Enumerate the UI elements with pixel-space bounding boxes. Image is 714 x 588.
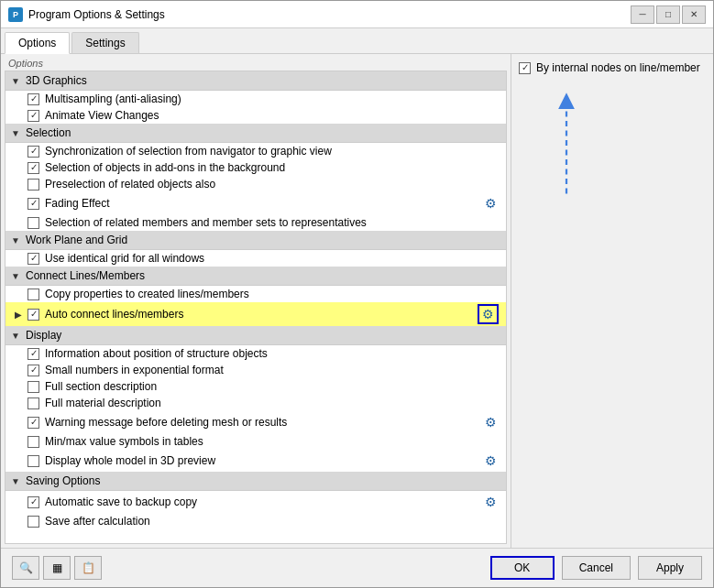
section-title-selection: Selection xyxy=(26,126,71,139)
item-full-material: Full material description xyxy=(5,395,506,411)
clipboard-icon-button[interactable]: 📋 xyxy=(74,556,102,580)
item-minmax-symbols: Min/max value symbols in tables xyxy=(5,433,506,450)
label-copy-properties: Copy properties to created lines/members xyxy=(45,288,249,300)
window-controls: ─ □ ✕ xyxy=(631,5,706,24)
item-preselection: Preselection of related objects also xyxy=(5,176,506,192)
label-small-numbers: Small numbers in exponential format xyxy=(45,364,224,376)
item-animate-view: Animate View Changes xyxy=(5,107,506,124)
checkbox-sync-selection[interactable] xyxy=(27,146,39,158)
label-identical-grid: Use identical grid for all windows xyxy=(45,252,204,265)
tree-area[interactable]: ▼ 3D Graphics Multisampling (anti-aliasi… xyxy=(5,71,507,544)
section-saving-items: Automatic save to backup copy ⚙ Save aft… xyxy=(5,491,506,529)
checkbox-identical-grid[interactable] xyxy=(27,253,39,265)
checkbox-fading-effect[interactable] xyxy=(27,198,39,210)
label-selection-addons: Selection of objects in add-ons in the b… xyxy=(45,161,285,174)
section-title-work-plane: Work Plane and Grid xyxy=(26,234,127,246)
minimize-button[interactable]: ─ xyxy=(631,5,654,24)
cancel-button[interactable]: Cancel xyxy=(562,556,631,580)
tab-options[interactable]: Options xyxy=(5,32,70,54)
section-title-3d-graphics: 3D Graphics xyxy=(26,74,87,87)
item-copy-properties: Copy properties to created lines/members xyxy=(5,286,506,302)
search-icon-button[interactable]: 🔍 xyxy=(12,556,39,580)
gear-fading-effect[interactable]: ⚙ xyxy=(483,194,499,212)
checkbox-internal-nodes[interactable] xyxy=(519,62,531,74)
ok-button[interactable]: OK xyxy=(490,556,555,580)
label-preselection: Preselection of related objects also xyxy=(45,178,215,191)
arrow-work-plane: ▼ xyxy=(11,235,22,245)
arrow-auto-connect: ▶ xyxy=(15,310,22,320)
right-panel-option: By internal nodes on line/member xyxy=(519,61,706,74)
options-label: Options xyxy=(1,54,511,71)
label-save-after-calc: Save after calculation xyxy=(45,515,150,528)
label-internal-nodes: By internal nodes on line/member xyxy=(536,61,700,74)
maximize-button[interactable]: □ xyxy=(656,5,680,24)
checkbox-preselection[interactable] xyxy=(27,179,39,191)
section-work-plane-items: Use identical grid for all windows xyxy=(5,250,506,267)
item-small-numbers: Small numbers in exponential format xyxy=(5,362,506,378)
section-selection[interactable]: ▼ Selection xyxy=(5,124,506,143)
item-auto-connect: ▶ Auto connect lines/members ⚙ xyxy=(5,302,506,326)
section-3d-items: Multisampling (anti-aliasing) Animate Vi… xyxy=(5,91,506,124)
section-saving[interactable]: ▼ Saving Options xyxy=(5,472,506,491)
arrow-saving: ▼ xyxy=(11,476,22,486)
label-selection-members: Selection of related members and member … xyxy=(45,216,367,229)
gear-auto-connect[interactable]: ⚙ xyxy=(478,304,499,324)
checkbox-animate-view[interactable] xyxy=(27,110,39,122)
arrow-display: ▼ xyxy=(11,331,22,341)
window-title: Program Options & Settings xyxy=(28,8,631,21)
label-full-section: Full section description xyxy=(45,380,157,393)
title-bar: P Program Options & Settings ─ □ ✕ xyxy=(1,1,713,28)
checkbox-auto-save[interactable] xyxy=(27,496,39,508)
label-auto-connect: Auto connect lines/members xyxy=(45,308,183,321)
item-selection-members: Selection of related members and member … xyxy=(5,214,506,231)
item-sync-selection: Synchronization of selection from naviga… xyxy=(5,143,506,159)
label-fading-effect: Fading Effect xyxy=(45,197,110,210)
section-title-display: Display xyxy=(26,329,61,342)
label-auto-save: Automatic save to backup copy xyxy=(45,495,197,508)
annotation-arrow xyxy=(530,91,603,201)
left-panel: Options ▼ 3D Graphics Multisampling (ant… xyxy=(1,54,511,548)
checkbox-display-3d[interactable] xyxy=(27,455,39,467)
main-window: P Program Options & Settings ─ □ ✕ Optio… xyxy=(0,0,714,588)
section-title-connect-lines: Connect Lines/Members xyxy=(26,269,145,282)
item-display-3d: Display whole model in 3D preview ⚙ xyxy=(5,450,506,472)
checkbox-full-material[interactable] xyxy=(27,397,39,409)
gear-display-3d[interactable]: ⚙ xyxy=(483,452,499,470)
checkbox-selection-members[interactable] xyxy=(27,217,39,229)
checkbox-full-section[interactable] xyxy=(27,381,39,393)
checkbox-auto-connect[interactable] xyxy=(27,309,39,321)
label-animate-view: Animate View Changes xyxy=(45,109,159,122)
tab-bar: Options Settings xyxy=(1,28,713,54)
tab-settings[interactable]: Settings xyxy=(71,32,138,53)
gear-auto-save[interactable]: ⚙ xyxy=(483,493,499,511)
checkbox-copy-properties[interactable] xyxy=(27,289,39,300)
section-work-plane[interactable]: ▼ Work Plane and Grid xyxy=(5,231,506,250)
checkbox-multisampling[interactable] xyxy=(27,93,39,105)
item-selection-addons: Selection of objects in add-ons in the b… xyxy=(5,159,506,176)
section-connect-lines[interactable]: ▼ Connect Lines/Members xyxy=(5,267,506,286)
checkbox-save-after-calc[interactable] xyxy=(27,516,39,528)
label-minmax-symbols: Min/max value symbols in tables xyxy=(45,435,203,448)
label-info-position: Information about position of structure … xyxy=(45,347,268,360)
label-sync-selection: Synchronization of selection from naviga… xyxy=(45,145,332,158)
section-selection-items: Synchronization of selection from naviga… xyxy=(5,143,506,231)
apply-button[interactable]: Apply xyxy=(638,556,702,580)
label-multisampling: Multisampling (anti-aliasing) xyxy=(45,93,181,105)
app-icon: P xyxy=(8,7,23,22)
content-area: Options ▼ 3D Graphics Multisampling (ant… xyxy=(1,54,713,548)
close-button[interactable]: ✕ xyxy=(682,5,706,24)
checkbox-minmax-symbols[interactable] xyxy=(27,436,39,448)
section-3d-graphics[interactable]: ▼ 3D Graphics xyxy=(5,71,506,91)
item-full-section: Full section description xyxy=(5,378,506,395)
checkbox-warning-mesh[interactable] xyxy=(27,417,39,429)
item-info-position: Information about position of structure … xyxy=(5,345,506,362)
right-panel: By internal nodes on line/member xyxy=(511,54,713,548)
gear-warning-mesh[interactable]: ⚙ xyxy=(483,413,499,431)
section-display[interactable]: ▼ Display xyxy=(5,326,506,345)
checkbox-selection-addons[interactable] xyxy=(27,162,39,174)
item-multisampling: Multisampling (anti-aliasing) xyxy=(5,91,506,107)
checkbox-info-position[interactable] xyxy=(27,348,39,360)
arrow-connect-lines: ▼ xyxy=(11,271,22,281)
grid-icon-button[interactable]: ▦ xyxy=(43,556,71,580)
checkbox-small-numbers[interactable] xyxy=(27,365,39,376)
